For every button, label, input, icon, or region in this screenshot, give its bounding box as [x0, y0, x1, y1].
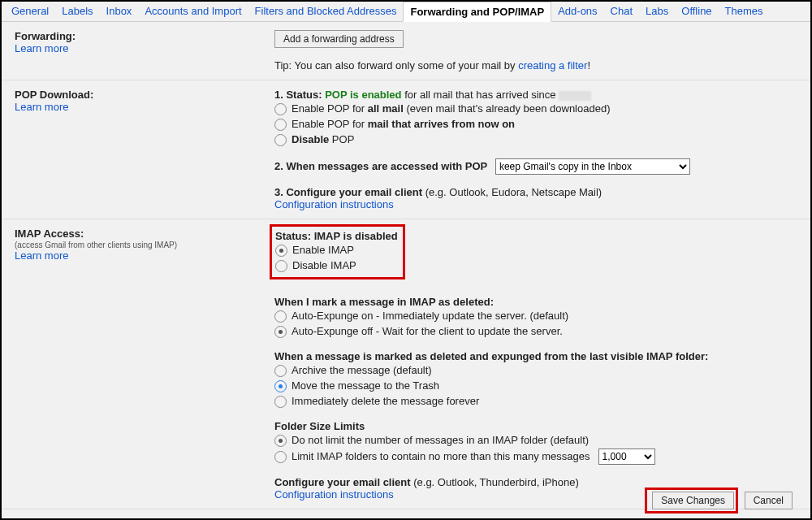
- add-forwarding-address-button[interactable]: Add a forwarding address: [274, 30, 404, 48]
- cancel-button[interactable]: Cancel: [745, 492, 793, 509]
- pop-configure-examples: (e.g. Outlook, Eudora, Netscape Mail): [422, 186, 602, 198]
- section-forwarding: Forwarding: Learn more Add a forwarding …: [2, 22, 810, 80]
- pop-status-prefix: 1. Status:: [274, 89, 325, 101]
- footer-buttons: Save Changes Cancel: [645, 488, 793, 514]
- imap-expunge-on-label: Auto-Expunge on - Immediately update the…: [292, 309, 568, 323]
- pop-enable-all-label: Enable POP for all mail (even mail that'…: [292, 102, 611, 116]
- radio-icon: [274, 103, 287, 115]
- radio-icon: [274, 119, 287, 131]
- imap-trash-label: Move the message to the Trash: [292, 379, 439, 393]
- pop-learn-more-link[interactable]: Learn more: [15, 101, 68, 113]
- tab-accounts-and-import[interactable]: Accounts and Import: [138, 2, 248, 21]
- tab-filters-and-blocked-addresses[interactable]: Filters and Blocked Addresses: [248, 2, 404, 21]
- pop-since-date-blurred: [559, 91, 591, 101]
- pop-disable-label: Disable POP: [292, 132, 354, 147]
- section-imap: IMAP Access: (access Gmail from other cl…: [2, 219, 810, 509]
- imap-archive-radio-row[interactable]: Archive the message (default): [274, 363, 797, 378]
- imap-enable-radio-row[interactable]: Enable IMAP: [275, 243, 398, 258]
- tab-labels[interactable]: Labels: [55, 2, 99, 21]
- imap-config-instructions-link[interactable]: Configuration instructions: [274, 488, 394, 500]
- pop-disable-radio-row[interactable]: Disable POP: [274, 132, 797, 147]
- forwarding-title: Forwarding:: [15, 30, 274, 42]
- forwarding-learn-more-link[interactable]: Learn more: [15, 42, 68, 54]
- radio-icon: [274, 365, 287, 377]
- pop-status-line: 1. Status: POP is enabled for all mail t…: [274, 89, 797, 101]
- imap-delete-heading: When I mark a message in IMAP as deleted…: [274, 296, 494, 308]
- forwarding-tip: Tip: You can also forward only some of y…: [274, 59, 797, 72]
- imap-configure-examples: (e.g. Outlook, Thunderbird, iPhone): [411, 476, 579, 488]
- imap-status-label: Status:: [275, 230, 314, 242]
- radio-icon: [274, 435, 287, 447]
- save-highlight-box: Save Changes: [645, 488, 738, 514]
- imap-archive-label: Archive the message (default): [292, 363, 432, 378]
- tab-forwarding-and-pop-imap[interactable]: Forwarding and POP/IMAP: [403, 2, 551, 22]
- imap-disable-radio-row[interactable]: Disable IMAP: [275, 258, 398, 273]
- section-pop: POP Download: Learn more 1. Status: POP …: [2, 80, 810, 219]
- forwarding-tip-end: !: [587, 59, 590, 72]
- tab-labs[interactable]: Labs: [639, 2, 675, 21]
- pop-enable-new-label: Enable POP for mail that arrives from no…: [292, 117, 515, 132]
- tab-add-ons[interactable]: Add-ons: [551, 2, 603, 21]
- save-changes-button[interactable]: Save Changes: [652, 492, 734, 509]
- tab-themes[interactable]: Themes: [719, 2, 770, 21]
- folder-nolimit-label: Do not limit the number of messages in a…: [292, 433, 589, 448]
- tab-general[interactable]: General: [5, 2, 55, 21]
- settings-frame: { "tabs": ["General","Labels","Inbox","A…: [0, 0, 812, 520]
- pop-status-suffix: for all mail that has arrived since: [402, 89, 559, 101]
- tab-inbox[interactable]: Inbox: [100, 2, 139, 21]
- radio-icon: [274, 380, 287, 392]
- imap-status-value: IMAP is disabled: [314, 230, 398, 242]
- pop-config-instructions-link[interactable]: Configuration instructions: [274, 198, 394, 210]
- creating-filter-link[interactable]: creating a filter: [518, 59, 587, 72]
- imap-learn-more-link[interactable]: Learn more: [15, 249, 68, 262]
- imap-trash-radio-row[interactable]: Move the message to the Trash: [274, 379, 797, 393]
- radio-icon: [274, 396, 287, 408]
- imap-enable-label: Enable IMAP: [292, 243, 354, 258]
- radio-icon: [275, 260, 287, 272]
- pop-enable-new-radio-row[interactable]: Enable POP for mail that arrives from no…: [274, 117, 797, 132]
- folder-limit-select[interactable]: 1,000: [598, 448, 655, 465]
- imap-configure-line: Configure your email client (e.g. Outloo…: [274, 476, 797, 488]
- pop-configure-label: 3. Configure your email client: [274, 186, 422, 198]
- imap-expunged-heading: When a message is marked as deleted and …: [274, 350, 708, 362]
- imap-title: IMAP Access:: [15, 228, 274, 240]
- radio-icon: [275, 245, 287, 257]
- folder-nolimit-radio-row[interactable]: Do not limit the number of messages in a…: [274, 433, 797, 448]
- tab-offline[interactable]: Offline: [675, 2, 718, 21]
- imap-delete-forever-label: Immediately delete the message forever: [292, 394, 479, 409]
- radio-icon: [274, 451, 287, 463]
- forwarding-tip-text: Tip: You can also forward only some of y…: [274, 59, 518, 72]
- folder-limit-radio-row[interactable]: Limit IMAP folders to contain no more th…: [274, 448, 797, 465]
- imap-expunge-off-radio-row[interactable]: Auto-Expunge off - Wait for the client t…: [274, 324, 797, 339]
- imap-expunge-off-label: Auto-Expunge off - Wait for the client t…: [292, 324, 563, 339]
- radio-icon: [274, 134, 287, 146]
- radio-icon: [274, 310, 287, 323]
- radio-icon: [274, 326, 287, 338]
- imap-status-line: Status: IMAP is disabled: [275, 230, 398, 242]
- pop-configure-line: 3. Configure your email client (e.g. Out…: [274, 186, 797, 198]
- pop-access-label: 2. When messages are accessed with POP: [274, 160, 487, 172]
- imap-configure-label: Configure your email client: [274, 476, 411, 488]
- pop-status-value: POP is enabled: [325, 89, 401, 101]
- imap-status-highlight-box: Status: IMAP is disabled Enable IMAP Dis…: [270, 224, 405, 280]
- pop-title: POP Download:: [15, 89, 274, 101]
- tab-chat[interactable]: Chat: [604, 2, 639, 21]
- imap-expunge-on-radio-row[interactable]: Auto-Expunge on - Immediately update the…: [274, 309, 797, 323]
- settings-tabs: GeneralLabelsInboxAccounts and ImportFil…: [2, 2, 810, 22]
- pop-enable-all-radio-row[interactable]: Enable POP for all mail (even mail that'…: [274, 102, 797, 116]
- folder-limit-label: Limit IMAP folders to contain no more th…: [292, 449, 590, 464]
- pop-access-select[interactable]: keep Gmail's copy in the Inbox: [495, 158, 690, 175]
- pop-access-line: 2. When messages are accessed with POP k…: [274, 158, 797, 175]
- imap-subnote: (access Gmail from other clients using I…: [15, 240, 274, 249]
- imap-disable-label: Disable IMAP: [292, 258, 356, 273]
- folder-size-heading: Folder Size Limits: [274, 420, 365, 432]
- imap-delete-forever-radio-row[interactable]: Immediately delete the message forever: [274, 394, 797, 409]
